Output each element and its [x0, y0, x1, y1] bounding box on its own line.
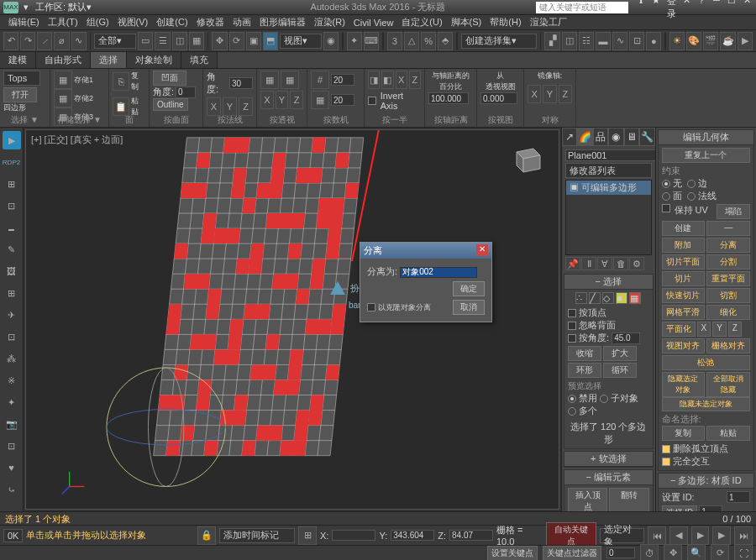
sy[interactable]: Y: [543, 85, 556, 103]
login-link[interactable]: 登录: [665, 0, 677, 20]
xbtn[interactable]: X: [207, 97, 221, 116]
copy-icon[interactable]: ⎘: [113, 72, 129, 91]
hierarchy-tab-icon[interactable]: 品: [593, 128, 608, 146]
persp-icon[interactable]: ▦: [260, 71, 279, 89]
show-end-icon[interactable]: Ⅱ: [581, 257, 596, 270]
removeiso-check[interactable]: [662, 445, 670, 453]
unhideall-button[interactable]: 全部取消隐藏: [706, 372, 750, 397]
bind-icon[interactable]: ∿: [71, 32, 87, 50]
snap-icon[interactable]: 3: [387, 32, 402, 50]
l1-icon[interactable]: ⊞: [3, 175, 21, 193]
planx[interactable]: X: [697, 322, 711, 337]
normal-angle-input[interactable]: [229, 77, 253, 89]
frame-input[interactable]: [606, 547, 635, 558]
store2-icon[interactable]: ▦: [54, 89, 72, 107]
slice-button[interactable]: 切片: [662, 271, 706, 286]
modify-tab-icon[interactable]: 🌈: [577, 128, 592, 146]
outline-button[interactable]: Outline: [153, 98, 188, 111]
schematic-icon[interactable]: ⊡: [629, 32, 644, 50]
l8-icon[interactable]: ⊡: [3, 327, 21, 346]
r-none[interactable]: [662, 180, 670, 188]
loop-button[interactable]: 循环: [603, 363, 637, 378]
selid-input[interactable]: [699, 505, 722, 511]
menu-tools[interactable]: 工具(T): [45, 16, 81, 29]
keyboard-icon[interactable]: ⌨: [364, 32, 379, 50]
hx[interactable]: X: [396, 71, 407, 89]
disable-radio[interactable]: [568, 395, 576, 403]
repeat-button[interactable]: 重复上一个: [662, 148, 750, 163]
l4-icon[interactable]: ✎: [3, 240, 21, 259]
modifier-list[interactable]: 修改器列表: [565, 163, 652, 178]
invert-check[interactable]: [368, 97, 376, 105]
menu-create[interactable]: 创建(C): [153, 16, 191, 29]
ok-button[interactable]: 确定: [453, 281, 485, 296]
ignore-check[interactable]: [568, 322, 576, 330]
py[interactable]: Y: [276, 91, 289, 109]
align-icon[interactable]: ◫: [562, 32, 577, 50]
grow-button[interactable]: 扩大: [603, 346, 637, 361]
menu-renderfactory[interactable]: 渲染工厂: [527, 16, 570, 29]
menu-modifiers[interactable]: 修改器: [193, 16, 228, 29]
dialog-close-icon[interactable]: ✕: [476, 244, 488, 256]
unique-icon[interactable]: ∀: [597, 257, 612, 270]
store1-icon[interactable]: ▦: [54, 71, 72, 89]
polygon-mode[interactable]: ■: [616, 292, 627, 304]
num2-input[interactable]: [331, 94, 354, 106]
tab-modeling[interactable]: 建模: [0, 52, 36, 68]
plany[interactable]: Y: [712, 322, 727, 337]
create-button[interactable]: 创建: [662, 221, 706, 236]
l12-icon[interactable]: 📷: [3, 415, 21, 433]
rdp-icon[interactable]: ▶: [3, 131, 21, 149]
rotate-icon[interactable]: ⟳: [229, 32, 244, 50]
hz[interactable]: Z: [409, 71, 421, 89]
shrink-button[interactable]: 收缩: [568, 346, 601, 361]
z-input[interactable]: [449, 530, 493, 541]
quickslice-button[interactable]: 快速切片: [662, 288, 706, 303]
tab-selection[interactable]: 选择: [91, 52, 127, 68]
pivot-icon[interactable]: ◉: [323, 32, 339, 50]
l15-icon[interactable]: ⤿: [3, 480, 21, 499]
unlink-icon[interactable]: ⌀: [54, 32, 69, 50]
l14-icon[interactable]: ♥: [3, 458, 21, 477]
px[interactable]: X: [260, 91, 274, 109]
addtime-dropdown[interactable]: 添加时间标记: [219, 528, 295, 543]
attach-button[interactable]: 附加: [662, 238, 706, 253]
num1-input[interactable]: [331, 74, 354, 86]
reset-button[interactable]: 重置平面: [706, 271, 750, 286]
x-input[interactable]: [332, 530, 375, 541]
menu-edit[interactable]: 编辑(E): [5, 16, 43, 29]
sx[interactable]: X: [528, 85, 541, 103]
ybtn[interactable]: Y: [223, 97, 237, 116]
menu-render[interactable]: 渲染(R): [311, 16, 349, 29]
insvert-button[interactable]: 插入顶点: [568, 488, 607, 511]
tab-objectpaint[interactable]: 对象绘制: [127, 52, 181, 68]
cancel-button[interactable]: 取消: [453, 300, 485, 315]
spinner-snap-icon[interactable]: ⬘: [438, 32, 453, 50]
planz[interactable]: Z: [728, 322, 742, 337]
exchange-icon[interactable]: ✕: [680, 0, 692, 20]
help-icon[interactable]: ?: [696, 0, 707, 20]
flip-button[interactable]: 翻转: [609, 488, 648, 511]
hash-icon[interactable]: #: [311, 71, 329, 89]
subobj-radio[interactable]: [600, 395, 608, 403]
persp-icon2[interactable]: ▦: [281, 71, 299, 89]
preserve-check[interactable]: [662, 204, 670, 212]
window-cross-icon[interactable]: ▦: [189, 32, 204, 50]
select-name-icon[interactable]: ☰: [155, 32, 170, 50]
grid-icon[interactable]: ▦: [311, 91, 329, 109]
view-input[interactable]: [480, 92, 517, 104]
l6-icon[interactable]: ⊞: [3, 284, 21, 302]
lock-icon[interactable]: 🔒: [197, 526, 216, 545]
remove-mod-icon[interactable]: 🗑: [613, 257, 628, 270]
placement-icon[interactable]: ⬒: [263, 32, 278, 50]
modifier-stack[interactable]: ▣ 可编辑多边形: [565, 180, 652, 255]
setid-input[interactable]: [727, 491, 750, 503]
cut-button[interactable]: 切割: [706, 288, 750, 303]
viewalign-button[interactable]: 视图对齐: [662, 338, 706, 353]
paste-icon[interactable]: 📋: [113, 97, 129, 116]
create-tab-icon[interactable]: ↗: [562, 128, 577, 146]
l5-icon[interactable]: 🖼: [3, 262, 21, 280]
clone-check[interactable]: [367, 303, 375, 311]
msmooth-button[interactable]: 网格平滑: [662, 305, 706, 320]
soft-sel-head[interactable]: + 软选择: [564, 452, 653, 467]
